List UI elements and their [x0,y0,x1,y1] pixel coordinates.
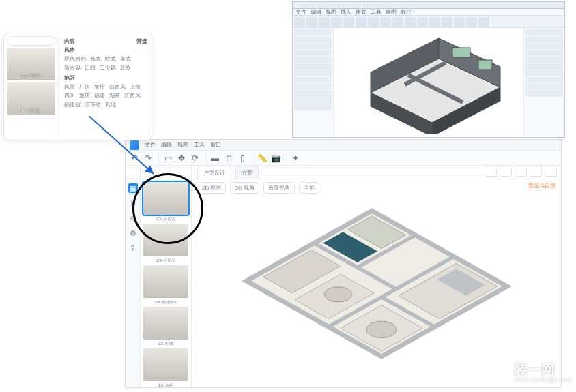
cad-menu-item[interactable]: 标注 [401,8,412,16]
filter-style-option[interactable]: 新古典 [64,64,81,72]
filter-tab-content[interactable]: 内容 [64,37,75,45]
tab-plan[interactable]: 户型设计 [197,166,231,179]
undo-icon[interactable]: ↶ [128,152,141,164]
filter-style-option[interactable]: 北欧 [120,64,131,72]
move-icon[interactable]: ✥ [175,152,188,164]
filter-section-area: 地区 [64,74,147,82]
cad-menu-item[interactable]: 插入 [341,8,351,16]
chip-ceiling[interactable]: 吊顶视角 [263,182,295,194]
design-left-toolbar: ▦ ➤ ≋ ⚙ ? [126,179,141,387]
filter-style-option[interactable]: 美式 [120,55,131,63]
design-menu-item[interactable]: 文件 [145,141,156,149]
window-icon[interactable]: ▯ [236,152,248,164]
filter-style-option[interactable]: 田园 [85,64,96,72]
design-3d-canvas[interactable]: 2D 视图 3D 视角 吊顶视角 全屏 意见与反馈 [192,179,561,387]
chip-fullscreen[interactable]: 全屏 [299,182,319,194]
view-3d-button[interactable] [500,166,512,177]
room-thumbnail[interactable]: E3-小朋友 [143,182,188,215]
room-thumbnail[interactable]: E4-储物柜A [143,265,188,298]
filter-style-option[interactable]: 现代简约 [64,55,86,63]
room-thumbnail[interactable]: E6-衣柜 [143,348,188,381]
cad-menu-item[interactable]: 视图 [326,8,336,16]
filter-style-option[interactable]: 韩式 [90,55,101,63]
design-app-window: 文件 编辑 视图 工具 窗口 ↶↷ ▭✥⟳ ▬⊓▯ 📏📷 ✦ 户型设计 方案 ▦… [125,139,562,388]
watermark-logo-icon [480,358,510,388]
design-header: 文件 编辑 视图 工具 窗口 [126,140,561,151]
style-filter-popup: E3-小朋友 E3-小朋友 内容 筛选 风格 现代简约 韩式 欧式 美式 新古典… [3,33,152,140]
feedback-link[interactable]: 意见与反馈 [528,182,556,190]
cad-3d-viewport[interactable] [334,28,523,137]
cad-menubar[interactable]: 文件 编辑 视图 插入 格式 工具 绘图 标注 [293,9,564,16]
design-logo-icon [130,140,139,150]
pointer-icon[interactable]: ➤ [128,198,138,208]
canvas-view-chips: 2D 视图 3D 视角 吊顶视角 全屏 [197,182,319,194]
render-icon[interactable]: ✦ [289,152,302,164]
watermark-title: 装一网 [514,362,572,377]
filter-area-option[interactable]: 风景 [64,83,75,91]
layers-icon[interactable]: ≋ [128,213,138,223]
filter-area-option[interactable]: 四川 [64,92,75,100]
filter-thumbnail[interactable]: E3-小朋友 [7,82,55,115]
filter-thumbnail[interactable]: E3-小朋友 [7,48,55,80]
cad-right-panel[interactable] [523,28,564,137]
room-thumbnail[interactable]: E3-小朋友 [143,224,188,256]
filter-section-style: 风格 [64,46,147,54]
design-thumbnail-panel[interactable]: E3-小朋友 E3-小朋友 E4-储物柜A E5-柜体 E6-衣柜 E7-茶座 [141,179,192,387]
wall-icon[interactable]: ▬ [209,152,221,164]
design-menu-item[interactable]: 窗口 [210,141,221,149]
furnished-floorplan [240,181,513,386]
select-icon[interactable]: ▭ [162,152,174,164]
measure-icon[interactable]: 📏 [256,152,268,164]
design-menu-item[interactable]: 编辑 [161,141,172,149]
filter-area-option[interactable]: 湖南 [109,92,120,100]
filter-area-option[interactable]: 厂房 [79,83,90,91]
help-icon[interactable]: ? [128,243,138,253]
filter-area-option[interactable]: 上海 [130,83,141,91]
fullscreen-button[interactable] [530,166,542,177]
filter-search-input[interactable] [7,36,55,46]
redo-icon[interactable]: ↷ [142,152,154,164]
watermark-url: www.zhuangyi.com [514,377,572,384]
design-menu-item[interactable]: 工具 [194,141,205,149]
filter-tab-filter[interactable]: 筛选 [136,37,147,45]
watermark: 装一网 www.zhuangyi.com [480,358,572,388]
design-tabbar: 户型设计 方案 [126,166,561,179]
cad-toolbar[interactable] [293,16,564,28]
cad-left-panel[interactable] [293,28,334,137]
tab-scheme[interactable]: 方案 [235,166,259,179]
filter-area-option[interactable]: 江苏省 [85,101,101,108]
more-button[interactable] [545,166,557,177]
filter-options: 内容 筛选 风格 现代简约 韩式 欧式 美式 新古典 田园 工业风 北欧 地区 … [59,33,152,140]
cad-app-window: 文件 编辑 视图 插入 格式 工具 绘图 标注 [292,1,565,138]
design-toolbar: ↶↷ ▭✥⟳ ▬⊓▯ 📏📷 ✦ [126,151,561,166]
filter-area-option[interactable]: 其他 [105,101,116,108]
chip-2d[interactable]: 2D 视图 [197,182,226,194]
settings-icon[interactable]: ⚙ [128,228,138,238]
rotate-icon[interactable]: ⟳ [189,152,201,164]
cad-floorplan-model [343,31,514,134]
chip-3d[interactable]: 3D 视角 [230,182,259,194]
cad-menu-item[interactable]: 格式 [356,8,366,16]
svg-rect-7 [452,48,470,57]
filter-area-option[interactable]: 福建省 [64,101,81,108]
filter-style-option[interactable]: 欧式 [105,55,116,63]
filter-area-option[interactable]: 福建 [94,92,105,100]
filter-area-option[interactable]: 山西风 [109,83,126,91]
filter-area-option[interactable]: 餐厅 [94,83,105,91]
filter-area-option[interactable]: 江西风 [124,92,141,100]
filter-area-option[interactable]: 重庆 [79,92,90,100]
svg-rect-8 [478,60,492,70]
door-icon[interactable]: ⊓ [222,152,235,164]
cad-menu-item[interactable]: 文件 [296,8,306,16]
filter-thumb-column: E3-小朋友 E3-小朋友 [4,33,59,140]
cad-menu-item[interactable]: 编辑 [311,8,321,16]
grid-icon[interactable]: ▦ [128,183,138,193]
view-2d-button[interactable] [485,166,497,177]
design-menu-item[interactable]: 视图 [177,141,188,149]
filter-style-option[interactable]: 工业风 [100,64,116,72]
cad-menu-item[interactable]: 工具 [371,8,381,16]
room-thumbnail[interactable]: E5-柜体 [143,307,188,340]
view-top-button[interactable] [515,166,527,177]
camera-icon[interactable]: 📷 [270,152,282,164]
cad-menu-item[interactable]: 绘图 [386,8,397,16]
